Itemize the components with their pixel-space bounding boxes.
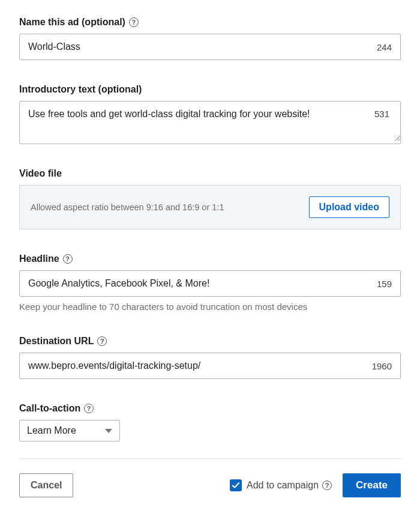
ad-name-char-count: 244 [368,42,400,52]
headline-field-group: Headline ? 159 Keep your headline to 70 … [19,253,401,312]
help-icon[interactable]: ? [97,336,107,346]
headline-input[interactable] [20,271,368,296]
video-field-group: Video file Allowed aspect ratio between … [19,168,401,229]
add-to-campaign-text: Add to campaign [247,480,319,491]
create-button[interactable]: Create [343,473,401,497]
headline-label: Headline ? [19,253,401,264]
video-label: Video file [19,168,401,179]
help-icon[interactable]: ? [322,481,332,490]
footer: Cancel Add to campaign ? Create [19,473,401,497]
help-icon[interactable]: ? [129,17,139,27]
destination-char-count: 1960 [364,361,400,371]
headline-label-text: Headline [19,253,59,264]
headline-input-wrap: 159 [19,270,401,297]
intro-text-label: Introductory text (optional) [19,84,401,95]
video-hint: Allowed aspect ratio between 9:16 and 16… [31,202,224,212]
add-to-campaign-checkbox[interactable] [230,479,242,491]
cta-field-group: Call-to-action ? Learn More [19,403,401,441]
footer-left: Cancel [19,473,73,497]
intro-text-input[interactable] [20,102,400,141]
cta-select[interactable]: Learn More [19,420,120,441]
chevron-down-icon [105,429,112,433]
ad-name-label: Name this ad (optional) ? [19,17,401,28]
destination-label: Destination URL ? [19,336,401,347]
video-upload-box: Allowed aspect ratio between 9:16 and 16… [19,185,401,229]
intro-text-label-text: Introductory text (optional) [19,84,142,95]
destination-label-text: Destination URL [19,336,94,347]
ad-name-label-text: Name this ad (optional) [19,17,125,28]
cancel-button[interactable]: Cancel [19,473,73,497]
destination-input[interactable] [20,353,364,378]
ad-name-input-wrap: 244 [19,34,401,60]
cta-label-text: Call-to-action [19,403,80,414]
intro-text-field-group: Introductory text (optional) 531 [19,84,401,144]
footer-right: Add to campaign ? Create [230,473,401,497]
check-icon [232,481,240,490]
help-icon[interactable]: ? [63,254,73,264]
add-to-campaign-wrap: Add to campaign ? [230,479,332,491]
destination-input-wrap: 1960 [19,353,401,379]
cta-selected-value: Learn More [27,425,98,436]
destination-field-group: Destination URL ? 1960 [19,336,401,379]
ad-name-input[interactable] [20,34,368,59]
ad-name-field-group: Name this ad (optional) ? 244 [19,17,401,60]
upload-video-button[interactable]: Upload video [309,196,389,218]
footer-divider [19,458,401,459]
help-icon[interactable]: ? [84,404,94,413]
add-to-campaign-label: Add to campaign ? [247,480,332,491]
intro-text-wrap: 531 [19,101,401,144]
video-label-text: Video file [19,168,62,179]
headline-char-count: 159 [368,279,400,289]
headline-hint: Keep your headline to 70 characters to a… [19,302,401,312]
cta-label: Call-to-action ? [19,403,401,414]
intro-text-char-count: 531 [374,109,389,119]
